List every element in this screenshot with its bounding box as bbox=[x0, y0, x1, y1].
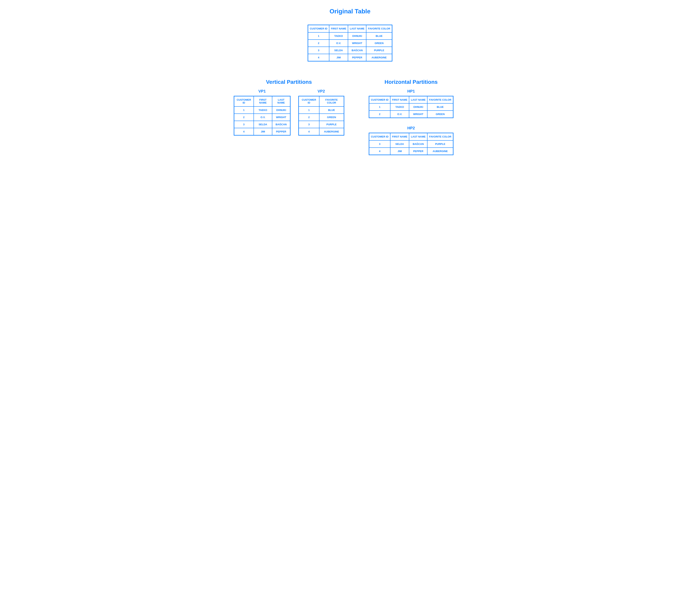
hp1-table: CUSTOMER ID FIRST NAME LAST NAME FAVORIT… bbox=[369, 96, 454, 118]
cell-id: 4 bbox=[299, 128, 319, 135]
cell-color: GREEN bbox=[319, 114, 344, 121]
table-row: 3SELDABAĞCANPURPLE bbox=[308, 47, 392, 54]
vp2-block: VP2 CUSTOMER ID FAVORITE COLOR 1BLUE2GRE… bbox=[298, 89, 344, 135]
cell-last: OHNUKI bbox=[272, 106, 290, 114]
cell-last: BAĞCAN bbox=[409, 140, 427, 148]
vp1-table-body: 1TAEKOOHNUKI2O.V.WRIGHT3SELDABAĞCAN4JIMP… bbox=[234, 106, 290, 135]
table-row: 3SELDABAĞCANPURPLE bbox=[369, 140, 453, 148]
cell-last: WRIGHT bbox=[272, 114, 290, 121]
cell-first: TAEKO bbox=[390, 103, 409, 111]
cell-id: 1 bbox=[308, 32, 329, 39]
col-last-name: LAST NAME bbox=[348, 25, 366, 32]
vp-tables-row: VP1 CUSTOMER ID FIRST NAME LAST NAME 1TA… bbox=[234, 89, 344, 135]
table-row: 1TAEKOOHNUKIBLUE bbox=[308, 32, 392, 39]
cell-id: 4 bbox=[234, 128, 254, 135]
cell-first: JIM bbox=[390, 148, 409, 155]
cell-first: TAEKO bbox=[254, 106, 272, 114]
original-table-title: Original Table bbox=[234, 8, 467, 15]
cell-first: SELDA bbox=[329, 47, 348, 54]
cell-color: BLUE bbox=[319, 106, 344, 114]
col-first-name: FIRST NAME bbox=[390, 96, 409, 103]
cell-color: BLUE bbox=[366, 32, 392, 39]
cell-last: PEPPER bbox=[409, 148, 427, 155]
col-last-name: LAST NAME bbox=[409, 96, 427, 103]
col-customer-id: CUSTOMER ID bbox=[369, 96, 390, 103]
cell-id: 3 bbox=[234, 121, 254, 128]
cell-color: PURPLE bbox=[319, 121, 344, 128]
table-header-row: CUSTOMER ID FIRST NAME LAST NAME FAVORIT… bbox=[369, 96, 453, 103]
cell-first: O.V. bbox=[390, 111, 409, 118]
table-row: 1TAEKOOHNUKIBLUE bbox=[369, 103, 453, 111]
table-row: 3SELDABAĞCAN bbox=[234, 121, 290, 128]
cell-color: GREEN bbox=[366, 39, 392, 47]
table-row: 4JIMPEPPER bbox=[234, 128, 290, 135]
table-row: 1TAEKOOHNUKI bbox=[234, 106, 290, 114]
col-customer-id: CUSTOMER ID bbox=[299, 96, 319, 106]
cell-id: 1 bbox=[234, 106, 254, 114]
vp2-table-body: 1BLUE2GREEN3PURPLE4AUBERGINE bbox=[299, 106, 344, 135]
table-row: 4JIMPEPPERAUBERGINE bbox=[308, 54, 392, 61]
cell-last: PEPPER bbox=[348, 54, 366, 61]
cell-id: 2 bbox=[369, 111, 390, 118]
table-row: 1BLUE bbox=[299, 106, 344, 114]
col-customer-id: CUSTOMER ID bbox=[234, 96, 254, 106]
cell-id: 4 bbox=[308, 54, 329, 61]
table-row: 3PURPLE bbox=[299, 121, 344, 128]
hp2-table: CUSTOMER ID FIRST NAME LAST NAME FAVORIT… bbox=[369, 133, 454, 155]
cell-last: WRIGHT bbox=[409, 111, 427, 118]
cell-color: PURPLE bbox=[366, 47, 392, 54]
hp1-table-body: 1TAEKOOHNUKIBLUE2O.V.WRIGHTGREEN bbox=[369, 103, 453, 118]
cell-id: 3 bbox=[308, 47, 329, 54]
vertical-partitions-col: Vertical Partitions VP1 CUSTOMER ID FIRS… bbox=[234, 79, 344, 155]
table-row: 4JIMPEPPERAUBERGINE bbox=[369, 148, 453, 155]
col-first-name: FIRST NAME bbox=[254, 96, 272, 106]
hp-tables-stack: HP1 CUSTOMER ID FIRST NAME LAST NAME FAV… bbox=[356, 89, 467, 155]
vp2-title: VP2 bbox=[298, 89, 344, 94]
cell-id: 2 bbox=[234, 114, 254, 121]
col-first-name: FIRST NAME bbox=[329, 25, 348, 32]
cell-id: 2 bbox=[299, 114, 319, 121]
table-header-row: CUSTOMER ID FIRST NAME LAST NAME bbox=[234, 96, 290, 106]
cell-id: 3 bbox=[299, 121, 319, 128]
original-table-body: 1TAEKOOHNUKIBLUE2O.V.WRIGHTGREEN3SELDABA… bbox=[308, 32, 392, 61]
cell-color: AUBERGINE bbox=[366, 54, 392, 61]
table-row: 2O.V.WRIGHT bbox=[234, 114, 290, 121]
col-last-name: LAST NAME bbox=[409, 133, 427, 140]
col-first-name: FIRST NAME bbox=[390, 133, 409, 140]
original-table: CUSTOMER ID FIRST NAME LAST NAME FAVORIT… bbox=[308, 25, 392, 62]
vp2-table: CUSTOMER ID FAVORITE COLOR 1BLUE2GREEN3P… bbox=[298, 96, 344, 135]
cell-id: 1 bbox=[299, 106, 319, 114]
cell-last: OHNUKI bbox=[348, 32, 366, 39]
cell-last: BAĞCAN bbox=[272, 121, 290, 128]
table-header-row: CUSTOMER ID FIRST NAME LAST NAME FAVORIT… bbox=[308, 25, 392, 32]
cell-id: 3 bbox=[369, 140, 390, 148]
cell-first: O.V. bbox=[329, 39, 348, 47]
table-row: 2O.V.WRIGHTGREEN bbox=[369, 111, 453, 118]
cell-color: GREEN bbox=[427, 111, 453, 118]
horizontal-partitions-col: Horizontal Partitions HP1 CUSTOMER ID FI… bbox=[356, 79, 467, 155]
hp2-title: HP2 bbox=[369, 126, 454, 130]
col-last-name: LAST NAME bbox=[272, 96, 290, 106]
horizontal-partitions-title: Horizontal Partitions bbox=[356, 79, 467, 85]
cell-last: WRIGHT bbox=[348, 39, 366, 47]
original-table-wrap: CUSTOMER ID FIRST NAME LAST NAME FAVORIT… bbox=[234, 25, 467, 62]
partitions-row: Vertical Partitions VP1 CUSTOMER ID FIRS… bbox=[234, 79, 467, 155]
hp2-table-body: 3SELDABAĞCANPURPLE4JIMPEPPERAUBERGINE bbox=[369, 140, 453, 155]
cell-first: TAEKO bbox=[329, 32, 348, 39]
col-favorite-color: FAVORITE COLOR bbox=[427, 133, 453, 140]
cell-id: 2 bbox=[308, 39, 329, 47]
col-favorite-color: FAVORITE COLOR bbox=[366, 25, 392, 32]
table-row: 2GREEN bbox=[299, 114, 344, 121]
cell-last: OHNUKI bbox=[409, 103, 427, 111]
cell-color: PURPLE bbox=[427, 140, 453, 148]
hp1-title: HP1 bbox=[369, 89, 454, 94]
vp1-title: VP1 bbox=[234, 89, 291, 94]
col-customer-id: CUSTOMER ID bbox=[369, 133, 390, 140]
cell-id: 4 bbox=[369, 148, 390, 155]
cell-first: O.V. bbox=[254, 114, 272, 121]
table-header-row: CUSTOMER ID FAVORITE COLOR bbox=[299, 96, 344, 106]
vp1-block: VP1 CUSTOMER ID FIRST NAME LAST NAME 1TA… bbox=[234, 89, 291, 135]
col-customer-id: CUSTOMER ID bbox=[308, 25, 329, 32]
table-row: 4AUBERGINE bbox=[299, 128, 344, 135]
cell-last: BAĞCAN bbox=[348, 47, 366, 54]
